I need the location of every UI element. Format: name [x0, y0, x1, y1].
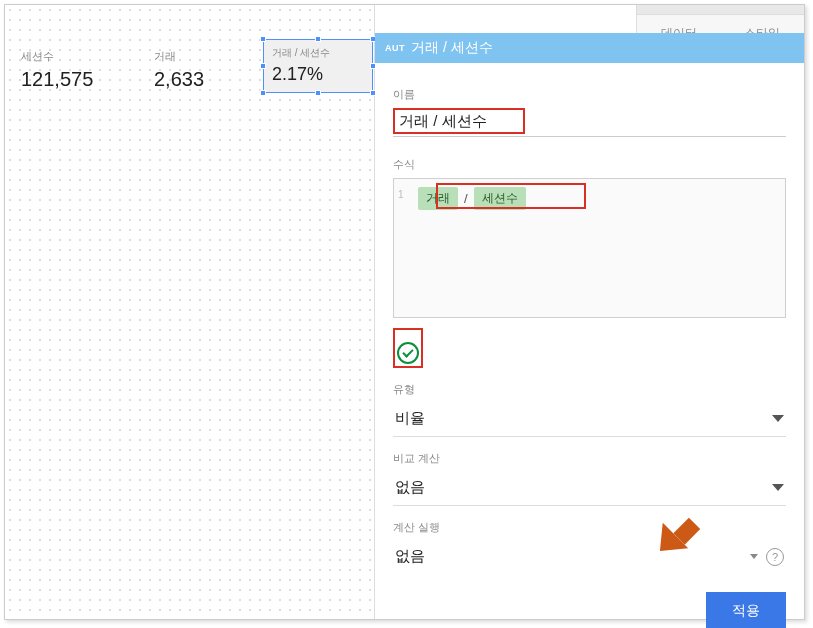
resize-handle[interactable]: [260, 63, 266, 69]
formula-editor[interactable]: 1 거래 / 세션수: [393, 178, 786, 318]
resize-handle[interactable]: [315, 36, 321, 42]
resize-handle[interactable]: [260, 90, 266, 96]
resize-handle[interactable]: [315, 90, 321, 96]
metric-label: 세션수: [21, 49, 93, 64]
panel-header: AUT 거래 / 세션수: [375, 33, 804, 63]
type-dropdown[interactable]: 비율: [393, 403, 786, 437]
running-label: 계산 실행: [393, 520, 786, 535]
report-canvas[interactable]: 세션수 121,575 거래 2,633 거래 / 세션수 2.17%: [5, 5, 375, 619]
name-label: 이름: [393, 87, 786, 102]
field-chip-sessions[interactable]: 세션수: [474, 187, 526, 210]
compare-dropdown[interactable]: 없음: [393, 472, 786, 506]
type-label: 유형: [393, 382, 786, 397]
calculated-field-panel: AUT 거래 / 세션수 이름 수식 1 거래 / 세션수: [375, 33, 804, 619]
field-chip-transactions[interactable]: 거래: [418, 187, 458, 210]
resize-handle[interactable]: [260, 36, 266, 42]
metric-label: 거래 / 세션수: [272, 46, 364, 60]
metric-card-ratio-selected[interactable]: 거래 / 세션수 2.17%: [263, 39, 373, 93]
metric-card-transactions[interactable]: 거래 2,633: [150, 41, 208, 99]
line-number: 1: [398, 189, 404, 200]
formula-label: 수식: [393, 157, 786, 172]
help-icon[interactable]: ?: [766, 548, 784, 566]
annotation-highlight: [393, 328, 423, 368]
dropdown-value: 없음: [395, 478, 425, 497]
metric-card-sessions[interactable]: 세션수 121,575: [17, 41, 97, 99]
apply-button[interactable]: 적용: [706, 592, 786, 628]
panel-title: 거래 / 세션수: [411, 39, 493, 57]
chevron-down-icon: [750, 554, 758, 559]
formula-valid-icon: [397, 342, 419, 364]
annotation-highlight: [393, 108, 525, 134]
checkmark-icon: [402, 346, 413, 357]
compare-label: 비교 계산: [393, 451, 786, 466]
operator-divide: /: [464, 191, 468, 206]
dropdown-value: 비율: [395, 409, 425, 428]
running-dropdown[interactable]: 없음: [395, 547, 742, 566]
metric-label: 거래: [154, 49, 204, 64]
auto-badge: AUT: [385, 43, 405, 53]
field-name-input[interactable]: [399, 113, 519, 130]
metric-value: 2.17%: [272, 64, 364, 85]
metric-value: 2,633: [154, 68, 204, 91]
metric-value: 121,575: [21, 68, 93, 91]
chevron-down-icon: [772, 415, 784, 422]
chevron-down-icon: [772, 484, 784, 491]
